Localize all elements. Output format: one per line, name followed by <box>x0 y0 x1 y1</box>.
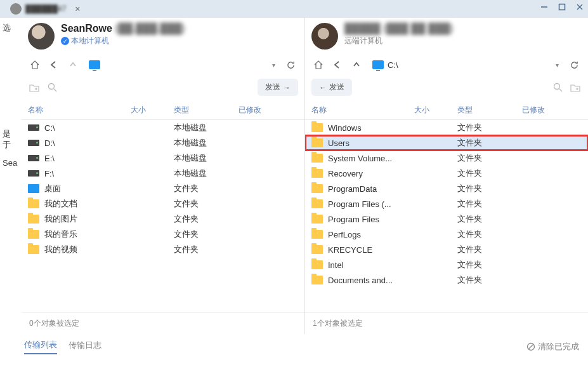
file-row[interactable]: 我的视频 文件夹 <box>22 242 304 257</box>
search-button[interactable] <box>551 81 564 94</box>
file-row[interactable]: Recovery 文件夹 <box>305 166 588 181</box>
maximize-button[interactable] <box>558 3 566 11</box>
file-type: 文件夹 <box>457 244 522 255</box>
bottom-bar: 传输列表 传输日志 清除已完成 <box>0 334 588 361</box>
send-right-button[interactable]: 发送 → <box>258 79 298 96</box>
back-button[interactable] <box>330 58 344 72</box>
file-type: 文件夹 <box>174 198 238 210</box>
col-name[interactable]: 名称 <box>28 105 131 116</box>
file-row[interactable]: Users 文件夹 <box>305 135 588 150</box>
file-name: Windows <box>328 123 362 133</box>
close-tab-icon[interactable]: × <box>75 4 80 14</box>
new-folder-button[interactable] <box>28 81 41 94</box>
close-button[interactable] <box>575 3 584 11</box>
col-type[interactable]: 类型 <box>457 105 522 116</box>
file-type: 文件夹 <box>457 213 522 225</box>
window-tab[interactable]: ██████47 × <box>4 2 87 16</box>
file-name: ProgramData <box>328 184 377 194</box>
local-status: 0个对象被选定 <box>22 312 304 334</box>
address-bar[interactable]: C:\ <box>369 58 548 72</box>
file-row[interactable]: 我的图片 文件夹 <box>22 211 304 227</box>
col-modified[interactable]: 已修改 <box>522 105 582 116</box>
file-row[interactable]: E:\ 本地磁盘 <box>22 150 304 166</box>
tab-avatar-icon <box>10 3 22 15</box>
address-bar[interactable] <box>85 58 265 71</box>
local-sub-label: ✓ 本地计算机 <box>61 36 185 46</box>
file-type: 本地磁盘 <box>174 122 238 133</box>
col-type[interactable]: 类型 <box>174 105 238 116</box>
back-button[interactable] <box>47 58 61 72</box>
remote-avatar <box>311 23 338 50</box>
file-name: 我的图片 <box>44 213 77 225</box>
col-name[interactable]: 名称 <box>311 105 414 116</box>
path-dropdown-icon[interactable]: ▾ <box>270 62 278 69</box>
col-size[interactable]: 大小 <box>414 105 457 116</box>
refresh-button[interactable] <box>283 57 298 72</box>
tab-transfer-log[interactable]: 传输日志 <box>69 340 101 354</box>
tab-label: ██████47 <box>25 4 66 13</box>
folder-icon <box>311 245 323 254</box>
home-button[interactable] <box>28 58 42 72</box>
file-row[interactable]: Program Files (... 文件夹 <box>305 196 588 211</box>
remote-file-list[interactable]: Windows 文件夹 Users 文件夹 System Volume... 文… <box>305 120 588 312</box>
col-modified[interactable]: 已修改 <box>238 105 298 116</box>
file-row[interactable]: KRECYCLE 文件夹 <box>305 242 588 257</box>
file-type: 文件夹 <box>174 229 238 240</box>
file-row[interactable]: F:\ 本地磁盘 <box>22 166 304 181</box>
verified-badge-icon: ✓ <box>61 37 69 45</box>
file-row[interactable]: 我的音乐 文件夹 <box>22 227 304 242</box>
file-row[interactable]: 我的文档 文件夹 <box>22 196 304 211</box>
file-type: 本地磁盘 <box>174 152 238 164</box>
file-type: 文件夹 <box>457 274 522 286</box>
disk-icon <box>28 124 39 131</box>
file-row[interactable]: ProgramData 文件夹 <box>305 181 588 196</box>
file-name: 我的文档 <box>44 198 77 210</box>
file-name: Recovery <box>328 169 363 178</box>
svg-line-5 <box>54 89 56 91</box>
file-row[interactable]: D:\ 本地磁盘 <box>22 135 304 150</box>
file-row[interactable]: C:\ 本地磁盘 <box>22 120 304 135</box>
cropped-background-text: 选 是 于 Sea <box>0 18 22 334</box>
file-type: 文件夹 <box>174 213 238 225</box>
file-type: 文件夹 <box>457 122 522 133</box>
monitor-icon <box>89 60 100 69</box>
refresh-button[interactable] <box>566 57 582 72</box>
file-type: 文件夹 <box>457 168 522 179</box>
file-name: KRECYCLE <box>328 245 372 255</box>
col-size[interactable]: 大小 <box>131 105 174 116</box>
file-row[interactable]: 桌面 文件夹 <box>22 181 304 196</box>
folder-icon <box>311 199 323 208</box>
file-row[interactable]: Windows 文件夹 <box>305 120 588 135</box>
file-row[interactable]: Documents and... 文件夹 <box>305 272 588 288</box>
folder-icon <box>28 215 39 224</box>
file-type: 文件夹 <box>457 137 522 149</box>
tab-transfer-queue[interactable]: 传输列表 <box>24 339 57 354</box>
file-type: 文件夹 <box>457 259 522 271</box>
folder-icon <box>28 245 39 254</box>
search-button[interactable] <box>46 81 58 94</box>
path-dropdown-icon[interactable]: ▾ <box>553 62 561 69</box>
file-type: 文件夹 <box>457 152 522 164</box>
up-button[interactable] <box>350 58 363 72</box>
remote-table-header: 名称 大小 类型 已修改 <box>305 101 588 120</box>
clear-completed-button[interactable]: 清除已完成 <box>526 341 579 352</box>
minimize-button[interactable] <box>540 3 549 11</box>
local-user-name: SeanRowe (██.███.███) <box>61 23 185 34</box>
file-name: PerfLogs <box>328 230 361 239</box>
svg-line-9 <box>528 344 533 349</box>
svg-point-6 <box>554 84 559 90</box>
svg-point-4 <box>48 84 54 90</box>
file-row[interactable]: Intel 文件夹 <box>305 257 588 272</box>
home-button[interactable] <box>311 58 325 72</box>
file-row[interactable]: Program Files 文件夹 <box>305 211 588 227</box>
new-folder-button[interactable] <box>569 81 582 94</box>
up-button[interactable] <box>66 58 80 72</box>
disk-icon <box>28 155 39 161</box>
local-panel: SeanRowe (██.███.███) ✓ 本地计算机 ▾ <box>22 18 305 334</box>
file-row[interactable]: System Volume... 文件夹 <box>305 150 588 166</box>
local-file-list[interactable]: C:\ 本地磁盘 D:\ 本地磁盘 E:\ 本地磁盘 F:\ 本地磁盘 桌面 文… <box>22 120 304 312</box>
monitor-icon <box>372 60 384 69</box>
file-row[interactable]: PerfLogs 文件夹 <box>305 227 588 242</box>
send-left-button[interactable]: ← 发送 <box>311 79 352 96</box>
file-name: C:\ <box>44 123 55 133</box>
